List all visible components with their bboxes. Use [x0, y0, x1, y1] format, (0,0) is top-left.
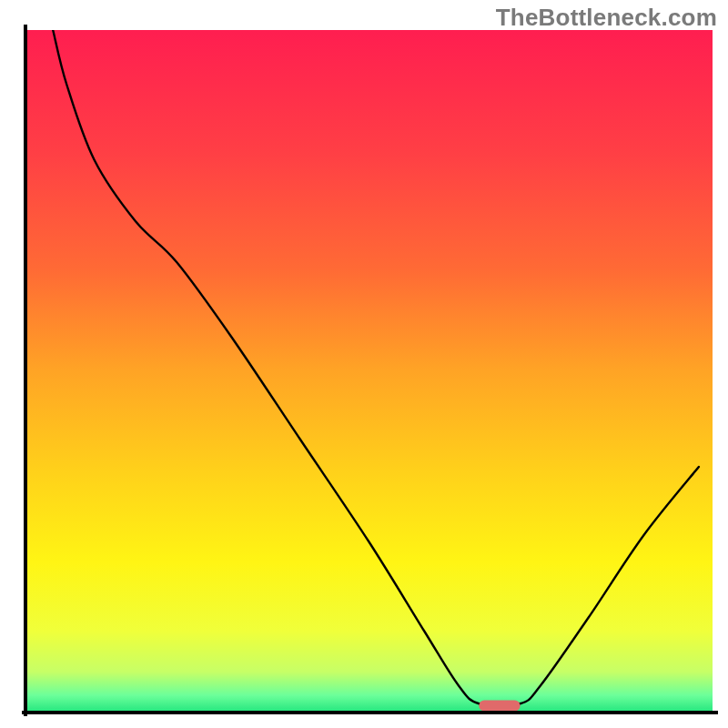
chart-container: TheBottleneck.com	[0, 0, 728, 728]
optimal-marker	[479, 701, 520, 712]
watermark-label: TheBottleneck.com	[496, 4, 717, 32]
bottleneck-chart	[0, 0, 728, 728]
plot-background	[25, 30, 713, 713]
